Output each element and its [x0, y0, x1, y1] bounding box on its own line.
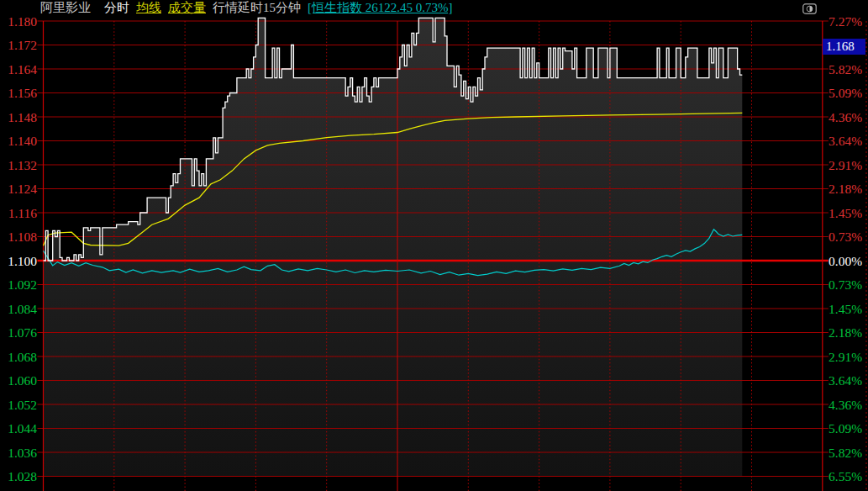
price-axis-label: 1.132 [8, 158, 37, 172]
price-axis-label: 1.148 [8, 110, 37, 124]
split-view-icon[interactable] [802, 3, 817, 18]
price-axis-label: 1.060 [8, 373, 37, 388]
percent-axis-label: 1.45% [829, 302, 862, 316]
percent-axis-label: 6.55% [829, 469, 862, 483]
last-price-badge: 1.168 [823, 39, 865, 55]
price-axis-label: 1.172 [8, 38, 37, 52]
percent-axis-label: 0.00% [829, 254, 862, 268]
stock-name: 阿里影业 [40, 1, 91, 15]
price-axis-label: 1.084 [8, 302, 37, 316]
percent-axis-label: 5.09% [829, 86, 862, 100]
tab-minute-chart[interactable]: 分时 [104, 1, 129, 15]
percent-axis-label: 1.45% [829, 206, 862, 220]
percent-axis-label: 3.64% [829, 373, 862, 388]
chart-header: 阿里影业 分时 均线 成交量 行情延时15分钟 [恒生指数 26122.45 0… [40, 1, 453, 15]
tab-moving-average[interactable]: 均线 [136, 1, 161, 15]
price-axis-label: 1.068 [8, 350, 37, 364]
price-axis-label: 1.076 [8, 325, 37, 340]
percent-axis-label: 2.91% [829, 350, 862, 364]
price-area-fill [44, 18, 743, 476]
percent-axis-label: 2.18% [829, 325, 862, 340]
percent-axis-label: 7.27% [829, 14, 862, 29]
percent-axis-label: 3.64% [829, 134, 862, 148]
quote-delay-note: 行情延时15分钟 [213, 1, 301, 15]
intraday-chart-window: 阿里影业 分时 均线 成交量 行情延时15分钟 [恒生指数 26122.45 0… [0, 0, 868, 491]
price-axis-label: 1.092 [8, 277, 37, 292]
price-axis-label: 1.164 [8, 62, 37, 77]
price-axis-label: 1.028 [8, 469, 37, 483]
price-axis-label: 1.156 [8, 86, 37, 100]
percent-axis-label: 0.73% [829, 230, 862, 244]
percent-axis-label: 4.36% [829, 110, 862, 124]
percent-axis-label: 0.73% [829, 277, 862, 292]
price-axis-label: 1.036 [8, 446, 37, 460]
percent-axis-label: 5.09% [829, 421, 862, 436]
intraday-chart-canvas[interactable]: 1.1801.1721.1641.1561.1481.1401.1321.124… [0, 0, 868, 491]
tab-volume[interactable]: 成交量 [168, 1, 206, 15]
percent-axis-label: 2.91% [829, 158, 862, 172]
price-axis-label: 1.116 [8, 206, 38, 220]
price-axis-label: 1.052 [8, 398, 37, 412]
price-axis-label: 1.140 [8, 134, 37, 148]
price-axis-label: 1.180 [8, 14, 37, 29]
percent-axis-label: 2.18% [829, 182, 862, 196]
percent-axis-label: 4.36% [829, 398, 862, 412]
price-axis-label: 1.100 [8, 254, 37, 268]
price-axis-label: 1.108 [8, 230, 37, 244]
hang-seng-index-link[interactable]: [恒生指数 26122.45 0.73%] [308, 1, 453, 15]
percent-axis-label: 5.82% [829, 446, 862, 460]
price-axis-label: 1.124 [8, 182, 37, 196]
percent-axis-label: 5.82% [829, 62, 862, 77]
price-axis-label: 1.044 [8, 421, 37, 436]
